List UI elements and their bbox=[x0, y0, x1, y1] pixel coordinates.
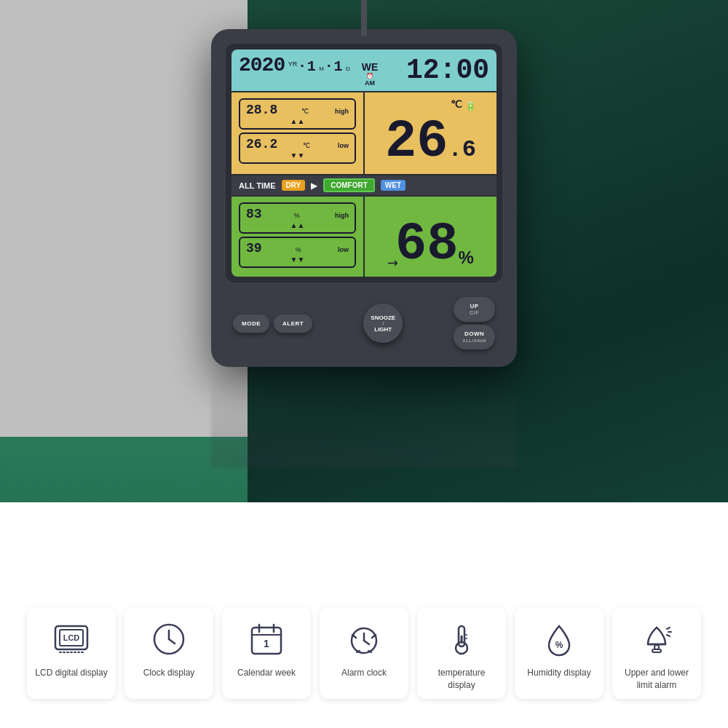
humid-high-box: 83 % high ▲▲ bbox=[239, 202, 356, 234]
device-reflection bbox=[211, 365, 517, 467]
humid-low-unit: % bbox=[296, 246, 301, 253]
clock-label: Clock display bbox=[143, 667, 195, 679]
features-section: LCD LCD digital display Clock display bbox=[0, 593, 728, 713]
feature-card-alarm: Alarm clock bbox=[320, 607, 408, 699]
temp-low-label: low bbox=[338, 142, 349, 149]
humid-unit-display: % bbox=[459, 248, 474, 268]
light-label: LIGHT bbox=[374, 326, 392, 333]
clock-row: 2020 YR · 1 M · 1 D WE bbox=[232, 50, 496, 91]
humid-minmax-panel: 83 % high ▲▲ 39 % low ▼▼ bbox=[232, 197, 363, 277]
up-button[interactable]: UP C/F bbox=[454, 297, 495, 322]
up-sub-label: C/F bbox=[470, 310, 479, 315]
calendar-svg: 1 bbox=[248, 620, 285, 658]
humidity-icon: % bbox=[539, 619, 579, 660]
svg-line-20 bbox=[364, 641, 369, 644]
down-sub-label: ALL/24HR bbox=[462, 339, 486, 343]
svg-point-26 bbox=[456, 642, 467, 654]
device-wrapper: 2020 YR · 1 M · 1 D WE bbox=[211, 29, 517, 467]
humid-low-value: 39 bbox=[246, 241, 262, 256]
weekday-display: WE ⏰ AM bbox=[362, 61, 379, 87]
calendar-icon: 1 bbox=[246, 619, 287, 660]
comfort-arrow-icon: ▶ bbox=[311, 181, 317, 191]
lcd-screen: 2020 YR · 1 M · 1 D WE bbox=[226, 44, 502, 282]
alarm-limit-icon bbox=[636, 619, 677, 660]
feature-card-calendar: 1 Calendar week bbox=[222, 607, 311, 699]
svg-text:LCD: LCD bbox=[63, 633, 80, 642]
feature-card-temperature: temperature display bbox=[417, 607, 506, 699]
up-label: UP bbox=[470, 303, 479, 309]
temperature-row: 28.8 ℃ high ▲▲ 26.2 ℃ low ▼▼ bbox=[232, 92, 496, 174]
humid-low-arrows: ▼▼ bbox=[246, 256, 349, 264]
feature-card-clock: Clock display bbox=[124, 607, 213, 699]
sep1: · bbox=[300, 58, 304, 74]
temp-unit-row: ℃ 🔋 bbox=[451, 98, 476, 116]
alert-button[interactable]: ALERT bbox=[274, 314, 312, 333]
comfort-wet-badge: WET bbox=[381, 180, 405, 191]
temp-main-panel: ℃ 🔋 26 .6 bbox=[365, 92, 496, 174]
temperature-icon bbox=[441, 619, 482, 660]
ampm-value: AM bbox=[365, 79, 375, 87]
day-value: 1 bbox=[333, 58, 342, 75]
temp-high-arrows: ▲▲ bbox=[246, 117, 349, 125]
svg-line-33 bbox=[667, 628, 670, 629]
temp-decimal: .6 bbox=[448, 136, 476, 163]
temp-unit-display: ℃ bbox=[451, 98, 462, 110]
down-button[interactable]: DOWN ALL/24HR bbox=[454, 325, 495, 349]
year-value: 2020 bbox=[239, 54, 285, 76]
comfort-comfort-badge: COMFORT bbox=[323, 178, 375, 192]
humid-main-value: 68 bbox=[395, 218, 458, 271]
date-display: 2020 YR · 1 M · 1 D WE bbox=[239, 54, 378, 87]
lcd-label: LCD digital display bbox=[35, 667, 107, 679]
temp-high-value: 28.8 bbox=[246, 103, 277, 117]
humidity-label: Humidity display bbox=[527, 667, 590, 679]
thermometer-svg bbox=[443, 620, 480, 658]
sep2: · bbox=[327, 58, 331, 74]
year-sub: YR bbox=[288, 60, 298, 68]
device-body: 2020 YR · 1 M · 1 D WE bbox=[211, 29, 517, 367]
humidity-row: 83 % high ▲▲ 39 % low ▼▼ bbox=[232, 197, 496, 277]
year-display: 2020 YR bbox=[239, 54, 297, 76]
calendar-label: Calendar week bbox=[237, 667, 296, 679]
svg-text:1: 1 bbox=[264, 638, 269, 649]
humid-high-label: high bbox=[335, 212, 349, 219]
alarm-limit-label: Upper and lower limit alarm bbox=[620, 667, 694, 692]
temp-low-box: 26.2 ℃ low ▼▼ bbox=[239, 132, 356, 164]
lcd-icon: LCD bbox=[51, 619, 92, 660]
left-button-group: MODE ALERT bbox=[233, 314, 312, 333]
feature-card-lcd: LCD LCD digital display bbox=[27, 607, 116, 699]
svg-rect-36 bbox=[652, 649, 661, 652]
month-value: 1 bbox=[307, 58, 316, 75]
alarm-svg bbox=[345, 620, 383, 658]
alarm-icon-small: ⏰ bbox=[366, 73, 373, 79]
month-sub: M bbox=[319, 66, 324, 72]
temp-main-value: 26 bbox=[385, 116, 448, 168]
temp-low-value: 26.2 bbox=[246, 137, 277, 151]
temperature-label: temperature display bbox=[424, 667, 499, 692]
background-top-left bbox=[0, 0, 248, 437]
temp-high-label: high bbox=[335, 108, 349, 115]
snooze-light-button[interactable]: SNOOZE / LIGHT bbox=[363, 304, 403, 343]
feature-card-humidity: % Humidity display bbox=[515, 607, 604, 699]
temp-high-unit: ℃ bbox=[301, 108, 309, 115]
buttons-row: MODE ALERT SNOOZE / LIGHT UP C/F DOWN AL… bbox=[226, 294, 502, 352]
humid-high-unit: % bbox=[294, 212, 300, 219]
temp-reading: 26 .6 bbox=[385, 116, 476, 168]
right-button-group: UP C/F DOWN ALL/24HR bbox=[454, 297, 495, 349]
humid-low-label: low bbox=[338, 246, 349, 253]
temp-high-box: 28.8 ℃ high ▲▲ bbox=[239, 98, 356, 130]
svg-text:%: % bbox=[555, 640, 563, 650]
clock-icon bbox=[149, 619, 189, 660]
down-label: DOWN bbox=[464, 331, 484, 337]
alarm-label: Alarm clock bbox=[341, 667, 387, 679]
humid-low-box: 39 % low ▼▼ bbox=[239, 237, 356, 268]
humid-main-panel: ↗ 68 % bbox=[365, 197, 496, 277]
svg-line-12 bbox=[169, 639, 175, 644]
humidity-svg: % bbox=[540, 620, 578, 658]
svg-line-35 bbox=[667, 635, 670, 636]
comfort-dry-badge: DRY bbox=[282, 180, 306, 191]
time-value: 12:00 bbox=[406, 55, 489, 86]
snooze-label: SNOOZE bbox=[371, 314, 395, 321]
mode-button[interactable]: MODE bbox=[233, 314, 269, 333]
temp-low-arrows: ▼▼ bbox=[246, 151, 349, 159]
day-display: 1 D bbox=[333, 58, 349, 75]
